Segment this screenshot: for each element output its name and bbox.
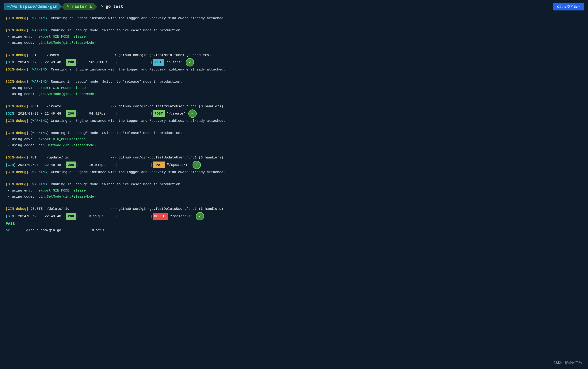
method-badge: GET [153, 59, 164, 66]
request-line: [GIN] 2024/09/23 - 22:49:48 |200| 16.518… [6, 161, 582, 169]
log-line: - using code: gin.SetMode(gin.ReleaseMod… [6, 194, 582, 200]
log-line: - using env: export GIN_MODE=release [6, 136, 582, 142]
route-line: [GIN-debug] GET /users --> github.com/gi… [6, 52, 582, 58]
log-line: - using code: gin.SetMode(gin.ReleaseMod… [6, 142, 582, 148]
route-line: [GIN-debug] POST /create --> github.com/… [6, 103, 582, 109]
empty-line [6, 97, 582, 103]
command-segment: > go test [97, 3, 127, 10]
log-line: [GIN-debug] [WARNING] Creating an Engine… [6, 67, 582, 72]
request-line: [GIN] 2024/09/23 - 22:49:48 |200| 165.61… [6, 58, 582, 67]
method-badge: PUT [153, 162, 165, 168]
log-line: [GIN-debug] [WARNING] Creating an Engine… [6, 118, 582, 124]
status-badge: 200 [66, 213, 76, 220]
terminal: ~/workspace/demo/gin ⑂ master ± > go tes… [0, 0, 588, 369]
empty-line [6, 148, 582, 154]
empty-line [6, 46, 582, 52]
method-badge: POST [153, 110, 165, 117]
status-badge: 200 [66, 162, 76, 168]
check-icon: ✓ [196, 212, 204, 220]
log-line: [GIN-debug] [WARNING] Running in "debug"… [6, 181, 582, 187]
path-segment: ~/workspace/demo/gin [4, 3, 62, 10]
status-badge: 200 [66, 59, 76, 66]
method-badge: DELETE [153, 213, 168, 220]
check-icon: ✓ [188, 109, 197, 118]
log-line: - using env: export GIN_MODE=release [6, 34, 582, 40]
route-line: [GIN-debug] PUT /update/:id --> github.c… [6, 154, 582, 161]
pass-line: PASS [6, 220, 582, 227]
log-line: [GIN-debug] [WARNING] Running in "debug"… [6, 79, 582, 85]
check-icon: ✓ [193, 161, 201, 169]
ok-line: ok github.com/gin-go 0.525s [6, 227, 582, 233]
log-line: [GIN-debug] [WARNING] Creating an Engine… [6, 169, 582, 175]
empty-line [6, 200, 582, 206]
branch-segment: ⑂ master ± [62, 3, 97, 10]
status-badge: 200 [66, 110, 76, 117]
log-line: - using code: gin.SetMode(gin.ReleaseMod… [6, 91, 582, 97]
log-line: - using env: export GIN_MODE=release [6, 85, 582, 91]
empty-line [6, 175, 582, 181]
request-line: [GIN] 2024/09/23 - 22:49:48 |200| 94.917… [6, 109, 582, 118]
log-line: - using env: export GIN_MODE=release [6, 187, 582, 194]
empty-line [6, 72, 582, 79]
terminal-content: [GIN-debug] [WARNING] Creating an Engine… [0, 13, 588, 235]
check-icon: ✓ [186, 58, 194, 67]
log-line: [GIN-debug] [WARNING] Creating an Engine… [6, 15, 582, 21]
route-line: [GIN-debug] DELETE /delete/:id --> githu… [6, 206, 582, 212]
request-line: [GIN] 2024/09/23 - 22:49:48 |200| 3.597µ… [6, 212, 582, 220]
log-line: [GIN-debug] [WARNING] Running in "debug"… [6, 130, 582, 136]
git-button[interactable]: Git提交初始化 [553, 3, 584, 10]
empty-line [6, 124, 582, 130]
top-bar: ~/workspace/demo/gin ⑂ master ± > go tes… [0, 0, 588, 13]
watermark: CSDN @完美句号 [553, 360, 582, 365]
log-line: - using code: gin.SetMode(gin.ReleaseMod… [6, 40, 582, 46]
empty-line [6, 21, 582, 27]
log-line: [GIN-debug] [WARNING] Running in "debug"… [6, 27, 582, 33]
